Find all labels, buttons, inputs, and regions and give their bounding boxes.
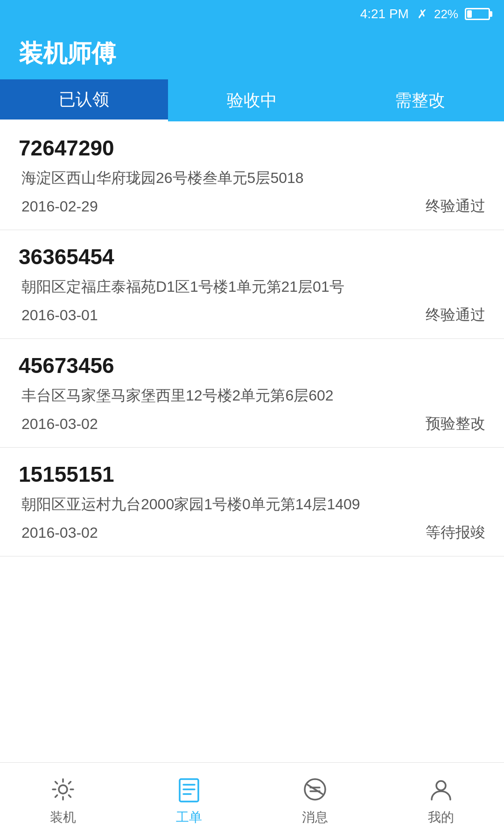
page-title: 装机师傅 xyxy=(19,37,116,70)
order-address: 丰台区马家堡马家堡西里12号楼2单元第6层602 xyxy=(19,386,485,406)
order-footer: 2016-03-02 等待报竣 xyxy=(19,522,485,543)
tab-bar: 已认领 验收中 需整改 xyxy=(0,79,504,121)
bottom-nav: 装机 工单 消息 xyxy=(0,762,504,837)
tab-inspection[interactable]: 验收中 xyxy=(168,79,336,121)
order-status: 终验通过 xyxy=(426,305,485,325)
svg-point-0 xyxy=(59,785,67,794)
status-bar: 4:21 PM ✗ 22% xyxy=(0,0,504,28)
workorder-icon xyxy=(174,774,204,805)
gear-icon xyxy=(48,774,78,805)
order-footer: 2016-03-01 终验通过 xyxy=(19,305,485,325)
svg-rect-1 xyxy=(180,779,198,802)
order-status: 等待报竣 xyxy=(426,522,485,543)
order-list: 72647290 海淀区西山华府珑园26号楼叁单元5层5018 2016-02-… xyxy=(0,121,504,762)
order-date: 2016-03-01 xyxy=(21,307,98,324)
status-time: 4:21 PM xyxy=(360,7,409,21)
order-date: 2016-02-29 xyxy=(21,198,98,215)
nav-label-workorder: 工单 xyxy=(176,809,202,826)
tab-claimed[interactable]: 已认领 xyxy=(0,79,168,121)
nav-item-install[interactable]: 装机 xyxy=(0,763,126,837)
order-status: 预验整改 xyxy=(426,414,485,434)
nav-item-workorder[interactable]: 工单 xyxy=(126,763,252,837)
svg-point-9 xyxy=(436,781,446,790)
order-id: 72647290 xyxy=(19,135,485,161)
battery-percent: 22% xyxy=(434,7,458,21)
order-item[interactable]: 15155151 朝阳区亚运村九台2000家园1号楼0单元第14层1409 20… xyxy=(0,448,504,556)
message-icon xyxy=(300,774,330,805)
battery-bar xyxy=(465,8,490,20)
bluetooth-icon: ✗ xyxy=(417,7,427,21)
nav-item-message[interactable]: 消息 xyxy=(252,763,378,837)
order-date: 2016-03-02 xyxy=(21,415,98,433)
order-id: 45673456 xyxy=(19,353,485,378)
battery-fill xyxy=(467,10,472,18)
order-item[interactable]: 45673456 丰台区马家堡马家堡西里12号楼2单元第6层602 2016-0… xyxy=(0,339,504,448)
order-id: 15155151 xyxy=(19,462,485,487)
nav-label-install: 装机 xyxy=(50,809,76,826)
order-item[interactable]: 72647290 海淀区西山华府珑园26号楼叁单元5层5018 2016-02-… xyxy=(0,121,504,230)
tab-revision[interactable]: 需整改 xyxy=(336,79,504,121)
order-footer: 2016-02-29 终验通过 xyxy=(19,196,485,217)
header: 装机师傅 xyxy=(0,28,504,79)
order-address: 朝阳区定福庄泰福苑D1区1号楼1单元第21层01号 xyxy=(19,277,485,297)
order-id: 36365454 xyxy=(19,244,485,269)
order-date: 2016-03-02 xyxy=(21,524,98,542)
nav-item-mine[interactable]: 我的 xyxy=(378,763,504,837)
order-status: 终验通过 xyxy=(426,196,485,217)
order-item[interactable]: 36365454 朝阳区定福庄泰福苑D1区1号楼1单元第21层01号 2016-… xyxy=(0,230,504,339)
order-address: 海淀区西山华府珑园26号楼叁单元5层5018 xyxy=(19,168,485,189)
nav-label-message: 消息 xyxy=(302,809,328,826)
person-icon xyxy=(426,774,456,805)
order-footer: 2016-03-02 预验整改 xyxy=(19,414,485,434)
nav-label-mine: 我的 xyxy=(428,809,454,826)
status-icons: ✗ 22% xyxy=(417,7,490,21)
order-address: 朝阳区亚运村九台2000家园1号楼0单元第14层1409 xyxy=(19,494,485,515)
